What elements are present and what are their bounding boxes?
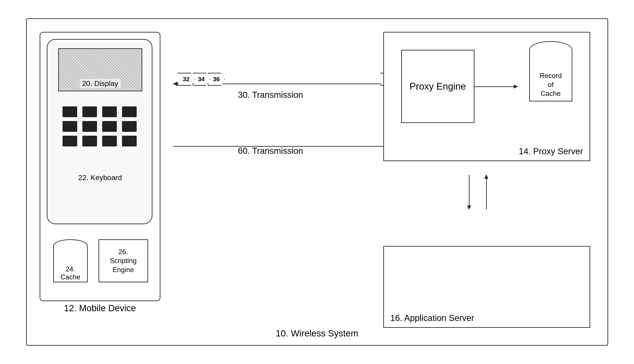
key-1 <box>63 106 77 117</box>
proxy-engine-box: Proxy Engine <box>401 50 474 123</box>
key-11 <box>102 136 117 146</box>
cache-label: 24.Cache <box>60 265 80 281</box>
app-to-proxy-arrow-up <box>486 175 487 209</box>
proxy-server-box: Proxy Engine RecordofCache 14. Proxy Ser… <box>383 32 590 161</box>
phone-inner: 20. Display 22. Keyb <box>47 39 152 224</box>
record-cache-cylinder-body: RecordofCache <box>529 50 572 102</box>
key-10 <box>82 136 97 146</box>
proxy-server-label: 14. Proxy Server <box>519 146 583 156</box>
display-screen: 20. Display <box>58 48 142 91</box>
record-cache-cylinder: RecordofCache <box>529 41 572 102</box>
proxy-engine-label: Proxy Engine <box>410 80 466 92</box>
key-9 <box>63 136 77 146</box>
key-4 <box>122 106 137 117</box>
key-8 <box>122 121 137 132</box>
cache-cylinder: 24.Cache <box>53 239 88 282</box>
proxy-to-app-arrow-down <box>469 175 470 209</box>
key-3 <box>102 106 117 117</box>
scripting-engine-label: 26.ScriptingEngine <box>110 248 137 274</box>
transmission-bottom-label: 60. Transmission <box>238 146 303 156</box>
chevron-32-left: 32 <box>178 73 195 86</box>
app-server-box: 16. Application Server <box>383 246 590 328</box>
key-2 <box>82 106 97 117</box>
wireless-system-label: 10. Wireless System <box>276 328 358 338</box>
cache-number: 24. <box>66 265 75 273</box>
display-label: 20. Display <box>80 79 120 88</box>
keyboard-area: 22. Keyboard <box>58 102 142 180</box>
chevron-36-left: 36 <box>208 73 225 86</box>
wireless-system-diagram: 10. Wireless System 20. Display <box>26 18 608 346</box>
scripting-engine-box: 26.ScriptingEngine <box>99 239 148 282</box>
keys-grid <box>58 102 142 151</box>
record-cache-label: RecordofCache <box>540 71 562 98</box>
proxy-engine-to-record-cache-arrow <box>474 86 518 87</box>
transmission-top-label: 30. Transmission <box>238 90 303 100</box>
app-server-label: 16. Application Server <box>390 313 474 323</box>
key-5 <box>63 121 77 132</box>
key-7 <box>102 121 117 132</box>
key-12 <box>122 136 137 146</box>
keyboard-label: 22. Keyboard <box>78 174 122 182</box>
mobile-device-box: 20. Display 22. Keyb <box>40 32 160 301</box>
mobile-device-label: 12. Mobile Device <box>64 303 136 314</box>
key-6 <box>82 121 97 132</box>
cache-cylinder-body: 24.Cache <box>53 246 88 282</box>
chevron-34-left: 34 <box>193 73 210 86</box>
